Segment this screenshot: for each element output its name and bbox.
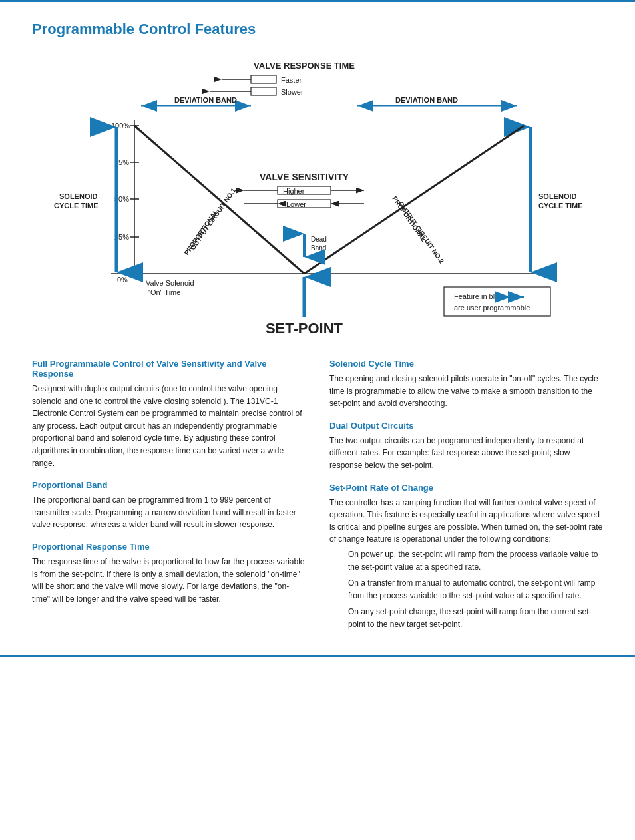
diagram-svg: VALVE RESPONSE TIME Faster Slower [45, 54, 590, 340]
dual-output-body: The two output circuits can be programme… [329, 435, 603, 472]
proportional-band-body: The proportional band can be programmed … [32, 494, 306, 531]
svg-text:DEVIATION BAND: DEVIATION BAND [174, 96, 237, 104]
svg-text:100%: 100% [111, 122, 130, 130]
solenoid-cycle-title: Solenoid Cycle Time [329, 359, 603, 369]
diagram-container: VALVE RESPONSE TIME Faster Slower [32, 54, 603, 340]
svg-text:OUTPUT CIRCUIT NO.2: OUTPUT CIRCUIT NO.2 [397, 200, 446, 265]
svg-text:SOLENOID: SOLENOID [59, 192, 98, 200]
svg-rect-2 [251, 75, 276, 83]
svg-text:Valve Solenoid: Valve Solenoid [146, 279, 194, 287]
setpoint-rate-title: Set-Point Rate of Change [329, 483, 603, 493]
svg-text:0%: 0% [117, 276, 128, 284]
svg-rect-58 [444, 287, 550, 316]
svg-text:CYCLE TIME: CYCLE TIME [54, 202, 99, 210]
svg-text:Lower: Lower [286, 200, 306, 208]
content: Programmable Control Features VALVE RESP… [0, 2, 635, 648]
svg-text:SOLENOID: SOLENOID [538, 192, 577, 200]
solenoid-cycle-body: The opening and closing solenoid pilots … [329, 373, 603, 410]
svg-text:DEVIATION BAND: DEVIATION BAND [395, 96, 458, 104]
svg-text:SET-POINT: SET-POINT [266, 320, 343, 337]
setpoint-rate-item2: On a transfer from manual to automatic c… [348, 577, 603, 602]
svg-text:Band: Band [311, 244, 326, 252]
col-left: Full Programmable Control of Valve Sensi… [32, 359, 306, 608]
proportional-response-title: Proportional Response Time [32, 542, 306, 552]
svg-rect-5 [251, 87, 276, 95]
svg-text:OUTPUT CIRCUIT NO.1: OUTPUT CIRCUIT NO.1 [189, 186, 238, 251]
setpoint-rate-body: The controller has a ramping function th… [329, 497, 603, 546]
proportional-band-title: Proportional Band [32, 480, 306, 490]
setpoint-rate-item1: On power up, the set-point will ramp fro… [348, 548, 603, 573]
svg-text:"On" Time: "On" Time [148, 288, 180, 296]
svg-text:Higher: Higher [283, 187, 305, 195]
svg-text:Faster: Faster [281, 76, 302, 84]
bottom-border [0, 655, 635, 657]
svg-line-37 [304, 126, 524, 274]
page-wrapper: Programmable Control Features VALVE RESP… [0, 0, 635, 840]
col-right: Solenoid Cycle Time The opening and clos… [329, 359, 603, 635]
svg-text:VALVE SENSITIVITY: VALVE SENSITIVITY [260, 172, 349, 182]
text-columns: Full Programmable Control of Valve Sensi… [32, 359, 603, 635]
proportional-response-body: The response time of the valve is propor… [32, 556, 306, 605]
svg-text:CYCLE TIME: CYCLE TIME [538, 202, 583, 210]
svg-text:are user programmable: are user programmable [454, 304, 530, 312]
svg-text:Dead: Dead [311, 236, 327, 243]
full-control-title: Full Programmable Control of Valve Sensi… [32, 359, 306, 379]
full-control-body: Designed with duplex output circuits (on… [32, 383, 306, 469]
svg-text:Feature in blue: Feature in blue [454, 292, 503, 300]
svg-text:VALVE RESPONSE TIME: VALVE RESPONSE TIME [254, 61, 355, 71]
dual-output-title: Dual Output Circuits [329, 421, 603, 431]
svg-text:Slower: Slower [281, 88, 304, 96]
setpoint-rate-item3: On any set-point change, the set-point w… [348, 606, 603, 630]
page-title: Programmable Control Features [32, 21, 603, 38]
